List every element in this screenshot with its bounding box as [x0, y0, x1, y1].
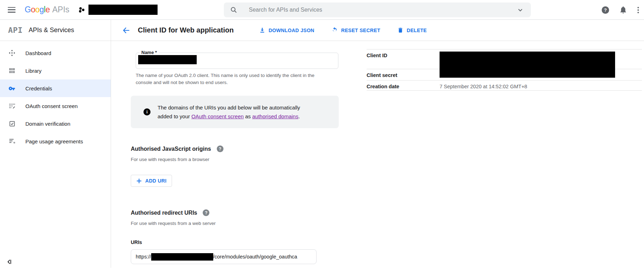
library-icon: [8, 67, 16, 74]
info-icon: i: [143, 108, 151, 115]
page-header-main: Client ID for Web application DOWNLOAD J…: [111, 20, 644, 41]
uri-suffix-text: /core/modules/oauth/google_oauthca: [213, 254, 298, 260]
dashboard-icon: [8, 49, 16, 56]
oauth-consent-icon: [8, 102, 16, 109]
google-cloud-console: Google APIs Search for APIs and Services: [0, 0, 644, 268]
client-id-label: Client ID: [367, 49, 440, 69]
sidebar-item-dashboard[interactable]: Dashboard: [0, 44, 111, 62]
redacted-uri-domain: [151, 253, 213, 261]
google-apis-logo[interactable]: Google APIs: [25, 5, 69, 14]
sidebar-item-page-usage-agreements[interactable]: Page usage agreements: [0, 132, 111, 150]
oauth-consent-screen-link[interactable]: OAuth consent screen: [191, 113, 244, 119]
more-vert-icon[interactable]: [637, 7, 639, 13]
back-arrow-icon[interactable]: [122, 26, 130, 35]
plus-icon: [136, 178, 142, 184]
key-icon: [8, 85, 16, 92]
product-header: API APIs & Services: [0, 20, 111, 41]
redirect-uri-input[interactable]: https:///core/modules/oauth/google_oauth…: [131, 249, 317, 264]
sidebar-item-label: Dashboard: [25, 50, 51, 56]
download-json-label: DOWNLOAD JSON: [269, 28, 314, 33]
sidebar-nav: Dashboard Library Credentials: [0, 41, 111, 268]
add-uri-button-js-origins[interactable]: ADD URI: [131, 175, 172, 187]
add-uri-label: ADD URI: [145, 178, 166, 184]
google-logo-letters: Google: [25, 5, 50, 14]
refresh-icon: [331, 27, 338, 34]
api-product-logo: API: [8, 26, 23, 35]
topbar-right-icons: ?: [602, 0, 644, 20]
redirect-uris-section-title: Authorised redirect URIs ?: [131, 209, 346, 216]
project-selector[interactable]: [79, 5, 158, 15]
sidebar-item-label: Credentials: [25, 85, 52, 91]
info-text-middle: as: [244, 113, 252, 119]
domain-verification-icon: [8, 120, 16, 127]
help-circle-icon[interactable]: ?: [217, 145, 223, 152]
topbar: Google APIs Search for APIs and Services: [0, 0, 644, 20]
sidebar-item-label: Domain verification: [25, 121, 70, 127]
info-note: i The domains of the URIs you add below …: [131, 96, 339, 128]
main-content: Name * The name of your OAuth 2.0 client…: [111, 41, 644, 268]
product-name: APIs & Services: [29, 26, 74, 34]
creation-date-value: 7 September 2020 at 14:52:02 GMT+8: [440, 81, 642, 90]
page-title: Client ID for Web application: [138, 26, 234, 34]
client-secret-label: Client secret: [367, 69, 440, 80]
reset-secret-label: RESET SECRET: [341, 28, 380, 33]
client-details-panel: Client ID Client secret Creation date 7 …: [367, 49, 642, 91]
sidebar-item-label: Page usage agreements: [25, 138, 83, 144]
reset-secret-button[interactable]: RESET SECRET: [331, 27, 380, 34]
authorised-domains-link[interactable]: authorised domains: [252, 113, 299, 119]
name-field-label: Name *: [140, 50, 159, 55]
apis-logo-suffix: APIs: [52, 5, 69, 14]
search-input[interactable]: Search for APIs and Services: [249, 7, 516, 13]
delete-icon: [397, 27, 404, 34]
page-header: API APIs & Services Client ID for Web ap…: [0, 20, 644, 41]
name-field[interactable]: Name *: [136, 53, 338, 69]
download-icon: [259, 27, 265, 34]
delete-button[interactable]: DELETE: [397, 27, 427, 34]
delete-label: DELETE: [407, 28, 427, 33]
name-helper-text: The name of your OAuth 2.0 client. This …: [136, 72, 329, 86]
js-origins-subtitle: For use with requests from a browser: [131, 157, 346, 162]
collapse-panel-icon[interactable]: [6, 259, 12, 265]
project-switcher-icon: [79, 7, 85, 13]
client-id-form: Name * The name of your OAuth 2.0 client…: [131, 41, 346, 264]
search-icon: [230, 6, 237, 13]
header-actions: DOWNLOAD JSON RESET SECRET: [259, 27, 427, 34]
sidebar-item-oauth-consent-screen[interactable]: OAuth consent screen: [0, 97, 111, 115]
redirect-uris-title-text: Authorised redirect URIs: [131, 210, 197, 216]
sidebar-item-label: Library: [25, 68, 42, 74]
redacted-name-value: [138, 55, 197, 64]
chevron-down-icon[interactable]: [516, 6, 525, 14]
js-origins-title-text: Authorised JavaScript origins: [131, 146, 211, 152]
info-text-after: .: [298, 113, 300, 119]
sidebar-item-label: OAuth consent screen: [25, 103, 78, 109]
page-usage-icon: [8, 138, 16, 145]
download-json-button[interactable]: DOWNLOAD JSON: [259, 27, 314, 34]
info-note-text: The domains of the URIs you add below wi…: [158, 103, 315, 121]
uri-prefix-text: https://: [136, 254, 151, 260]
help-icon[interactable]: ?: [602, 6, 609, 14]
sidebar-item-library[interactable]: Library: [0, 62, 111, 79]
uris-label: URIs: [131, 239, 346, 245]
notifications-icon[interactable]: [620, 6, 627, 14]
search-bar[interactable]: Search for APIs and Services: [224, 2, 531, 17]
creation-date-label: Creation date: [367, 81, 440, 90]
help-circle-icon[interactable]: ?: [203, 209, 209, 216]
redirect-uris-subtitle: For use with requests from a web server: [131, 221, 346, 226]
sidebar-item-domain-verification[interactable]: Domain verification: [0, 115, 111, 132]
creation-date-row: Creation date 7 September 2020 at 14:52:…: [367, 80, 642, 91]
redacted-client-id-secret: [440, 52, 615, 78]
js-origins-section-title: Authorised JavaScript origins ?: [131, 145, 346, 152]
menu-icon[interactable]: [8, 7, 16, 13]
redacted-project-name: [88, 5, 158, 15]
sidebar-item-credentials[interactable]: Credentials: [0, 79, 111, 97]
